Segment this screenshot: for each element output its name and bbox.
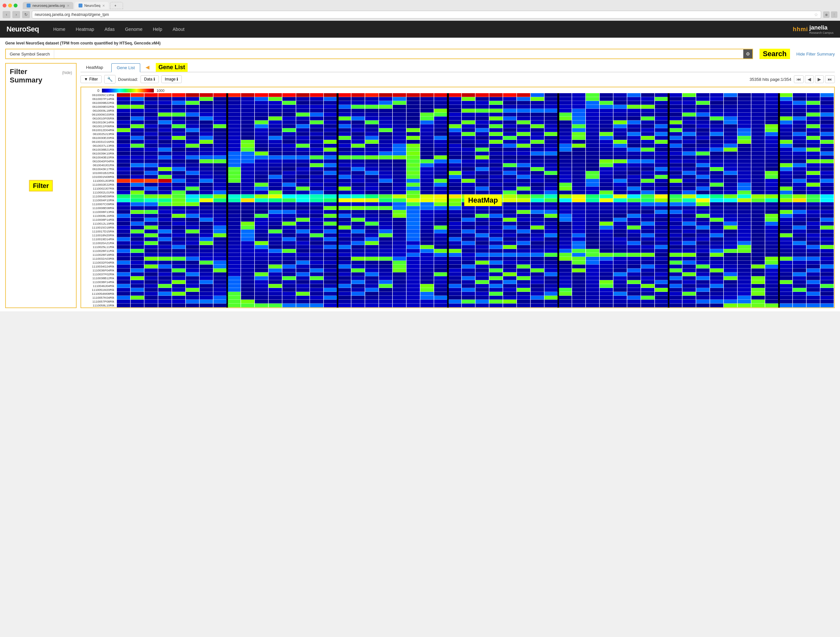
svg-rect-2278 bbox=[338, 245, 351, 249]
svg-rect-159 bbox=[710, 101, 723, 105]
svg-rect-437 bbox=[545, 120, 558, 124]
nav-home[interactable]: Home bbox=[49, 25, 70, 34]
svg-rect-2967 bbox=[241, 292, 254, 296]
svg-rect-5 bbox=[186, 93, 199, 97]
forward-btn[interactable]: › bbox=[12, 11, 20, 18]
minimize-window-btn[interactable] bbox=[8, 3, 12, 8]
svg-rect-841 bbox=[517, 148, 531, 152]
svg-rect-2425 bbox=[765, 253, 778, 257]
svg-rect-2231 bbox=[489, 241, 503, 245]
svg-rect-3016 bbox=[117, 296, 130, 300]
svg-rect-1997 bbox=[462, 226, 475, 229]
svg-rect-2212 bbox=[227, 241, 240, 245]
extensions-icon[interactable]: ⊕ bbox=[823, 11, 830, 18]
svg-rect-1341 bbox=[213, 183, 227, 187]
reload-btn[interactable]: ↻ bbox=[22, 11, 30, 18]
svg-rect-249 bbox=[352, 109, 365, 113]
maximize-window-btn[interactable] bbox=[14, 3, 17, 8]
svg-rect-2172 bbox=[475, 237, 489, 241]
filter-hide-btn[interactable]: (hide) bbox=[62, 70, 72, 75]
prev-page-btn[interactable]: ◀ bbox=[805, 75, 814, 83]
nav-genome[interactable]: Genome bbox=[120, 25, 147, 34]
svg-rect-707 bbox=[269, 140, 282, 144]
svg-rect-718 bbox=[420, 140, 434, 144]
svg-rect-1900 bbox=[724, 218, 737, 222]
nav-help[interactable]: Help bbox=[148, 25, 167, 34]
svg-rect-76 bbox=[365, 97, 379, 101]
svg-rect-238 bbox=[200, 109, 213, 113]
menu-icon[interactable]: ⋮ bbox=[831, 11, 837, 18]
first-page-btn[interactable]: ⏮ bbox=[794, 75, 804, 83]
svg-rect-2207 bbox=[158, 241, 172, 245]
search-submit-btn[interactable]: ⚙ bbox=[743, 49, 752, 58]
svg-rect-2944 bbox=[724, 288, 737, 292]
gene-label: 1110046J04Rik bbox=[81, 284, 115, 288]
svg-rect-2962 bbox=[172, 292, 185, 296]
svg-rect-484 bbox=[393, 124, 406, 128]
svg-rect-164 bbox=[779, 101, 792, 105]
back-btn[interactable]: ‹ bbox=[3, 11, 10, 18]
svg-rect-3173 bbox=[682, 303, 696, 307]
data-download-btn[interactable]: Data ℹ bbox=[141, 75, 159, 83]
svg-rect-1464 bbox=[310, 191, 323, 194]
search-input[interactable] bbox=[54, 50, 744, 58]
next-page-btn[interactable]: ▶ bbox=[815, 75, 824, 83]
hide-filter-link[interactable]: Hide Filter Summary bbox=[796, 52, 835, 57]
browser-tab-2[interactable]: NeuroSeq ✕ bbox=[75, 2, 109, 9]
svg-rect-573 bbox=[821, 128, 834, 132]
close-window-btn[interactable] bbox=[3, 3, 6, 8]
svg-rect-1550 bbox=[696, 194, 709, 198]
svg-rect-271 bbox=[655, 109, 668, 113]
svg-rect-3168 bbox=[613, 303, 627, 307]
svg-rect-2919 bbox=[379, 288, 392, 292]
svg-rect-1727 bbox=[738, 206, 751, 210]
svg-rect-2976 bbox=[365, 292, 379, 296]
svg-rect-361 bbox=[296, 117, 309, 120]
svg-rect-1488 bbox=[641, 191, 654, 194]
address-bar[interactable]: neuroseq.janelia.org /heatmap/d/gene_tpm… bbox=[32, 11, 821, 19]
nav-heatmap[interactable]: Heatmap bbox=[71, 25, 99, 34]
tab-heatmap[interactable]: HeatMap bbox=[81, 63, 109, 72]
svg-rect-2426 bbox=[779, 253, 792, 257]
svg-rect-1234 bbox=[338, 175, 351, 179]
svg-rect-74 bbox=[338, 97, 351, 101]
svg-rect-2340 bbox=[393, 249, 406, 253]
svg-rect-421 bbox=[324, 120, 337, 124]
svg-rect-2843 bbox=[131, 284, 144, 288]
svg-rect-1668 bbox=[724, 202, 737, 206]
svg-rect-2030 bbox=[117, 229, 130, 234]
nav-atlas[interactable]: Atlas bbox=[100, 25, 119, 34]
tab-close-1[interactable]: ✕ bbox=[67, 4, 69, 8]
svg-rect-1590 bbox=[448, 198, 461, 202]
svg-rect-2457 bbox=[407, 257, 420, 261]
bookmark-icon[interactable]: ☆ bbox=[814, 12, 818, 17]
svg-rect-2589 bbox=[627, 265, 641, 269]
svg-rect-481 bbox=[352, 124, 365, 128]
tab-close-2[interactable]: ✕ bbox=[102, 4, 105, 8]
svg-rect-2602 bbox=[807, 265, 820, 269]
svg-rect-256 bbox=[448, 109, 461, 113]
svg-rect-2487 bbox=[821, 257, 834, 261]
last-page-btn[interactable]: ⏭ bbox=[825, 75, 835, 83]
svg-rect-1017 bbox=[545, 160, 558, 163]
svg-rect-98 bbox=[669, 97, 682, 101]
svg-rect-1873 bbox=[352, 218, 365, 222]
wrench-button[interactable]: 🔧 bbox=[104, 75, 115, 84]
nav-about[interactable]: About bbox=[168, 25, 189, 34]
svg-rect-177 bbox=[158, 105, 172, 109]
svg-rect-2475 bbox=[655, 257, 668, 261]
svg-rect-1765 bbox=[462, 210, 475, 214]
browser-tab-1[interactable]: neuroseq.janelia.org ✕ bbox=[23, 2, 73, 9]
new-tab-btn[interactable]: + bbox=[110, 2, 123, 9]
svg-rect-1266 bbox=[779, 175, 792, 179]
svg-rect-2705 bbox=[627, 272, 641, 276]
svg-rect-482 bbox=[365, 124, 379, 128]
svg-rect-353 bbox=[186, 117, 199, 120]
filter-button[interactable]: ▼ Filter bbox=[81, 75, 102, 83]
svg-rect-2352 bbox=[558, 249, 572, 253]
tab-gene-list[interactable]: Gene List bbox=[111, 63, 141, 73]
svg-rect-1310 bbox=[586, 179, 599, 183]
image-download-btn[interactable]: Image ℹ bbox=[161, 75, 182, 83]
svg-rect-1589 bbox=[434, 198, 448, 202]
svg-rect-3086 bbox=[283, 300, 296, 303]
